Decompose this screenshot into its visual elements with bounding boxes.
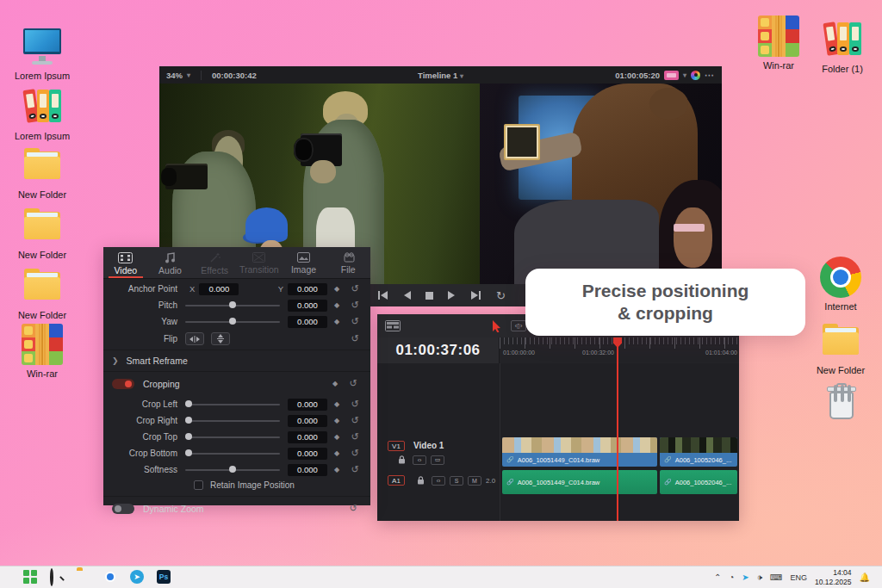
reset-icon[interactable]: ↺ — [345, 378, 362, 389]
flip-vertical-button[interactable] — [211, 332, 230, 345]
reset-icon[interactable]: ↺ — [346, 399, 363, 410]
video-track-name[interactable]: Video 1 — [413, 441, 444, 450]
keyframe-diamond-icon[interactable]: ◆ — [327, 417, 346, 424]
tab-file[interactable]: File — [326, 247, 370, 278]
desktop-icon-new-folder-right[interactable]: New Folder — [810, 320, 872, 375]
playhead[interactable] — [617, 337, 618, 521]
softness-input[interactable]: 0.000 — [288, 464, 327, 476]
anchor-x-input[interactable]: 0.000 — [199, 283, 239, 295]
keyframe-diamond-icon[interactable]: ◆ — [327, 285, 346, 293]
lock-icon[interactable] — [394, 455, 408, 465]
pitch-input[interactable]: 0.000 — [288, 300, 327, 312]
viewer-timeline-select[interactable]: Timeline 1 — [418, 71, 457, 80]
video-clip-1[interactable]: 🔗 A006_10051449_C014.braw — [502, 437, 657, 467]
audio-clip-1[interactable]: 🔗 A006_10051449_C014.braw — [502, 470, 657, 494]
auto-select-icon[interactable]: ‹› — [413, 455, 426, 465]
tray-expand-icon[interactable]: ⌃ — [714, 573, 721, 582]
viewer-zoom-select[interactable]: 34% — [166, 71, 183, 80]
start-button[interactable] — [23, 570, 38, 585]
tray-telegram-icon[interactable]: ➤ — [742, 573, 748, 582]
crop-left-slider[interactable] — [185, 404, 280, 405]
crop-bottom-slider[interactable] — [185, 453, 280, 455]
mute-button[interactable]: M — [468, 476, 481, 486]
taskbar-search-button[interactable] — [50, 570, 65, 585]
timeline-view-options-icon[interactable] — [385, 320, 401, 331]
camera-chip-icon[interactable] — [664, 71, 679, 80]
flip-horizontal-button[interactable] — [185, 332, 204, 345]
crop-top-input[interactable]: 0.000 — [288, 431, 327, 443]
trim-edit-tool-icon[interactable]: ‹▯› — [511, 320, 526, 331]
loop-button[interactable]: ↻ — [496, 290, 506, 301]
audio-track-badge[interactable]: A1 — [388, 475, 405, 486]
keyframe-diamond-icon[interactable]: ◆ — [327, 318, 346, 325]
tray-notifications-icon[interactable]: 🔔 — [860, 573, 870, 582]
go-to-start-button[interactable] — [377, 291, 388, 300]
step-back-button[interactable] — [403, 291, 411, 300]
more-options-icon[interactable]: ⋯ — [705, 70, 715, 81]
tray-language[interactable]: ENG — [790, 573, 807, 582]
timeline-timecode[interactable]: 01:00:37:06 — [377, 337, 500, 363]
crop-right-input[interactable]: 0.000 — [288, 415, 327, 427]
keyframe-diamond-icon[interactable]: ◆ — [327, 400, 346, 408]
chevron-down-icon[interactable]: ▾ — [683, 71, 686, 79]
keyframe-diamond-icon[interactable]: ◆ — [327, 449, 346, 457]
taskbar-photoshop-icon[interactable]: Ps — [157, 570, 171, 585]
auto-select-icon[interactable]: ‹› — [432, 476, 445, 486]
go-to-end-button[interactable] — [470, 291, 481, 300]
cropping-toggle[interactable] — [112, 379, 134, 389]
tray-volume-icon[interactable]: 🕩 — [757, 573, 762, 583]
tab-image[interactable]: Image — [282, 247, 326, 278]
keyframe-diamond-icon[interactable]: ◆ — [327, 433, 346, 441]
video-clip-2[interactable]: 🔗 A006_10052046_... — [660, 437, 737, 467]
tab-effects[interactable]: Effects — [192, 247, 237, 278]
reset-icon[interactable]: ↺ — [346, 300, 363, 311]
taskbar-chrome-icon[interactable] — [103, 570, 118, 585]
reset-icon[interactable]: ↺ — [346, 431, 363, 443]
desktop-icon-recycle-bin[interactable] — [810, 381, 872, 422]
retain-image-position-checkbox[interactable] — [194, 480, 203, 490]
tray-display-icon[interactable]: ⌨ — [770, 573, 782, 582]
desktop-icon-winrar-left[interactable]: Win-rar — [11, 324, 73, 379]
play-button[interactable] — [448, 291, 456, 300]
tab-transition[interactable]: Transition — [237, 247, 282, 278]
reset-icon[interactable]: ↺ — [346, 283, 363, 294]
crop-top-slider[interactable] — [185, 436, 280, 438]
reset-icon[interactable]: ↺ — [346, 333, 363, 344]
anchor-y-input[interactable]: 0.000 — [288, 283, 327, 295]
pitch-slider[interactable] — [185, 305, 280, 306]
desktop-icon-winrar-right[interactable]: Win-rar — [748, 15, 810, 71]
desktop-icon-internet[interactable]: Internet — [810, 257, 872, 312]
desktop-icon-new-folder-3[interactable]: New Folder — [11, 265, 73, 320]
reset-icon[interactable]: ↺ — [345, 503, 362, 514]
tray-network-icon[interactable]: ◔ — [729, 573, 734, 582]
softness-slider[interactable] — [185, 469, 280, 471]
reset-icon[interactable]: ↺ — [346, 316, 363, 327]
reset-icon[interactable]: ↺ — [346, 415, 363, 426]
taskbar-explorer-icon[interactable] — [77, 570, 91, 585]
crop-right-slider[interactable] — [185, 420, 280, 422]
crop-bottom-input[interactable]: 0.000 — [288, 448, 327, 460]
taskbar-telegram-icon[interactable]: ➤ — [130, 570, 145, 585]
tab-audio[interactable]: Audio — [148, 247, 193, 278]
chevron-down-icon[interactable]: ▾ — [187, 71, 190, 79]
keyframe-diamond-icon[interactable]: ◆ — [326, 380, 345, 387]
solo-button[interactable]: S — [450, 476, 463, 486]
chevron-down-icon[interactable]: ▾ — [460, 72, 463, 80]
desktop-icon-new-folder-2[interactable]: New Folder — [11, 205, 73, 260]
desktop-icon-folder-1[interactable]: Folder (1) — [811, 19, 873, 74]
yaw-input[interactable]: 0.000 — [288, 316, 327, 328]
audio-clip-2[interactable]: 🔗 A006_10052046_... — [660, 470, 737, 494]
desktop-icon-lorem-ipsum-binders[interactable]: Lorem Ipsum — [11, 86, 73, 141]
reset-icon[interactable]: ↺ — [346, 464, 363, 475]
reset-icon[interactable]: ↺ — [346, 448, 363, 459]
dynamic-zoom-toggle[interactable] — [112, 504, 134, 514]
lock-icon[interactable] — [413, 476, 427, 486]
smart-reframe-section[interactable]: ❯ Smart Reframe — [103, 352, 370, 369]
yaw-slider[interactable] — [185, 321, 280, 323]
taskbar-red-app-icon[interactable] — [183, 570, 198, 585]
desktop-icon-lorem-ipsum-monitor[interactable]: Lorem Ipsum — [11, 26, 73, 81]
desktop-icon-new-folder-1[interactable]: New Folder — [11, 145, 73, 200]
video-track-badge[interactable]: V1 — [388, 441, 405, 451]
keyframe-diamond-icon[interactable]: ◆ — [327, 466, 346, 473]
tray-clock[interactable]: 14:04 10.12.2025 — [815, 568, 852, 585]
